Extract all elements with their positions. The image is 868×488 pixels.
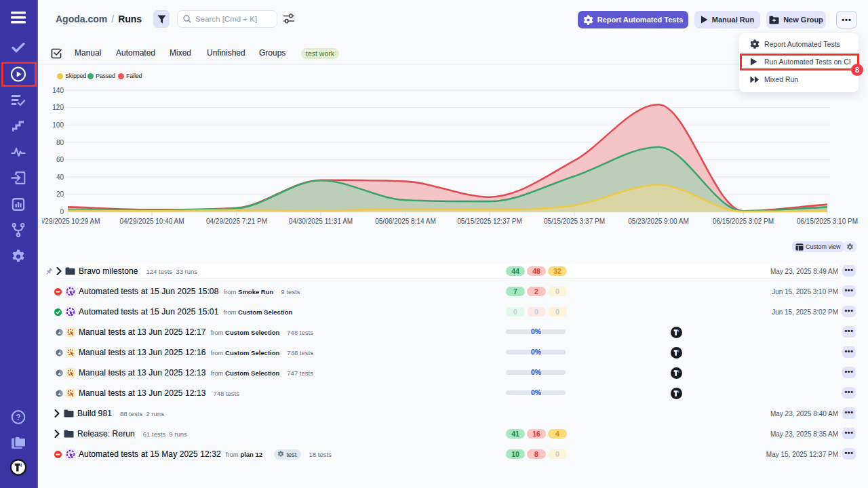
svg-text:06/15/2025 3:02 PM: 06/15/2025 3:02 PM — [713, 218, 774, 225]
svg-text:40: 40 — [56, 174, 64, 181]
svg-text:04/29/2025 10:40 AM: 04/29/2025 10:40 AM — [119, 218, 184, 225]
svg-text:20: 20 — [56, 190, 64, 198]
svg-text:04/30/2025 11:31 AM: 04/30/2025 11:31 AM — [289, 218, 353, 225]
svg-text:04/29/2025 7:21 PM: 04/29/2025 7:21 PM — [206, 218, 267, 225]
svg-text:05/06/2025 8:14 AM: 05/06/2025 8:14 AM — [375, 218, 436, 225]
svg-text:06/15/2025 3:10 PM: 06/15/2025 3:10 PM — [797, 218, 858, 225]
svg-text:04/29/2025 10:29 AM: 04/29/2025 10:29 AM — [42, 218, 100, 225]
svg-text:05/15/2025 3:37 PM: 05/15/2025 3:37 PM — [544, 218, 605, 225]
svg-text:120: 120 — [52, 104, 64, 111]
svg-text:60: 60 — [56, 156, 64, 163]
svg-text:0: 0 — [60, 208, 64, 216]
svg-text:05/23/2025 9:00 AM: 05/23/2025 9:00 AM — [628, 218, 689, 225]
svg-text:?: ? — [16, 413, 20, 422]
svg-text:100: 100 — [52, 121, 64, 129]
svg-text:140: 140 — [52, 87, 64, 94]
svg-text:05/15/2025 12:37 PM: 05/15/2025 12:37 PM — [457, 218, 522, 225]
svg-text:80: 80 — [56, 139, 64, 146]
